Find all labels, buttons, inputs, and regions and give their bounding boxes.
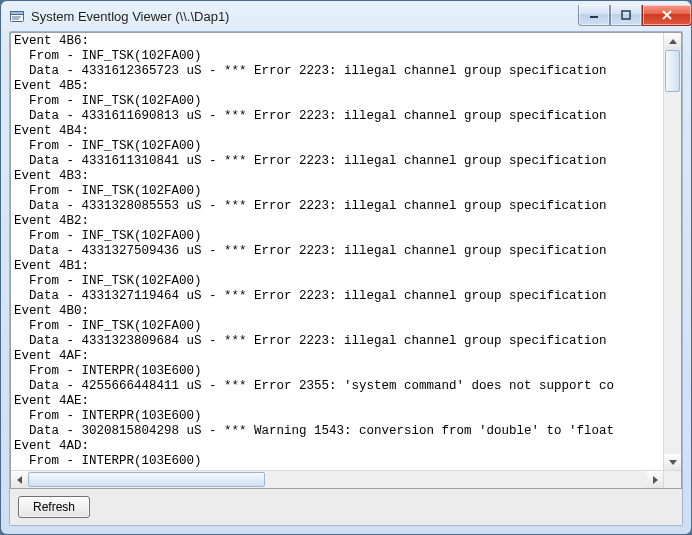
app-window: System Eventlog Viewer (\\.\Dap1) Event …	[0, 0, 692, 535]
caption-buttons	[578, 5, 692, 27]
window-title: System Eventlog Viewer (\\.\Dap1)	[31, 9, 578, 24]
horizontal-scroll-thumb[interactable]	[28, 472, 265, 487]
maximize-icon	[621, 10, 631, 20]
button-bar: Refresh	[10, 489, 682, 525]
horizontal-scrollbar[interactable]	[11, 470, 664, 488]
svg-rect-1	[11, 12, 24, 15]
close-icon	[661, 10, 673, 20]
chevron-down-icon	[669, 460, 677, 465]
client-area: Event 4B6: From - INF_TSK(102FA00) Data …	[9, 31, 683, 526]
chevron-up-icon	[669, 39, 677, 44]
minimize-button[interactable]	[578, 5, 610, 26]
log-frame: Event 4B6: From - INF_TSK(102FA00) Data …	[10, 32, 682, 489]
scroll-down-button[interactable]	[664, 454, 681, 471]
svg-rect-5	[622, 11, 630, 19]
titlebar[interactable]: System Eventlog Viewer (\\.\Dap1)	[1, 1, 691, 31]
maximize-button[interactable]	[610, 5, 642, 26]
log-text: Event 4B6: From - INF_TSK(102FA00) Data …	[11, 33, 664, 471]
scroll-corner	[663, 470, 681, 488]
scroll-left-button[interactable]	[11, 471, 28, 488]
scroll-up-button[interactable]	[664, 33, 681, 50]
close-button[interactable]	[642, 5, 692, 26]
horizontal-scroll-track[interactable]	[28, 471, 647, 488]
svg-rect-4	[590, 16, 598, 18]
chevron-left-icon	[17, 476, 22, 484]
refresh-button[interactable]: Refresh	[18, 496, 90, 518]
vertical-scroll-thumb[interactable]	[665, 50, 680, 92]
chevron-right-icon	[653, 476, 658, 484]
app-icon	[9, 8, 25, 24]
scroll-right-button[interactable]	[647, 471, 664, 488]
minimize-icon	[589, 10, 599, 20]
vertical-scroll-track[interactable]	[664, 50, 681, 454]
log-viewport[interactable]: Event 4B6: From - INF_TSK(102FA00) Data …	[11, 33, 664, 471]
vertical-scrollbar[interactable]	[663, 33, 681, 471]
